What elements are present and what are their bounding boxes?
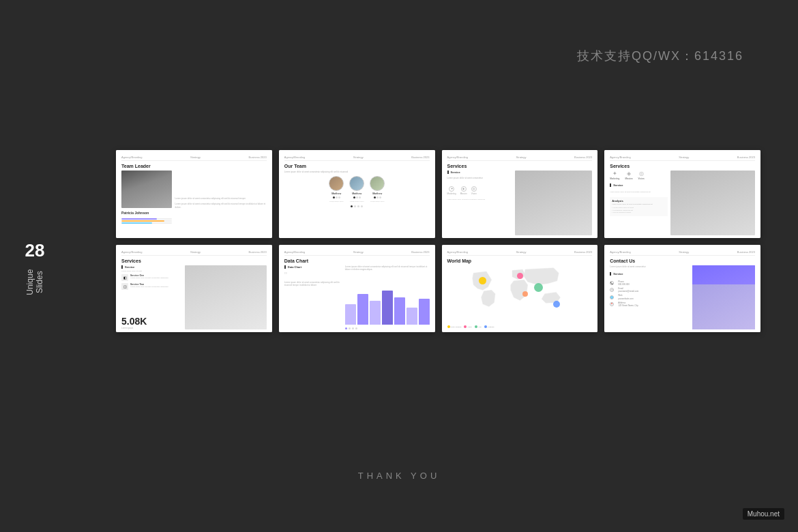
label-unique: Unique xyxy=(25,269,35,295)
slide-services-icons[interactable]: Agency/Branding Strategy Business 2023 S… xyxy=(604,150,760,238)
page-background: 技术支持QQ/WX：614316 28 Unique Slides Agency… xyxy=(0,0,798,532)
slide-count-label: 28 Unique Slides xyxy=(22,241,48,292)
thank-you-text: THANK YOU xyxy=(0,471,798,481)
slide-our-team[interactable]: Agency/Branding Strategy Business 2023 O… xyxy=(279,150,435,238)
watermark-top: 技术支持QQ/WX：614316 xyxy=(577,48,743,64)
slide-contact[interactable]: Agency/Branding Strategy Business 2023 C… xyxy=(604,245,760,333)
label-slides: Slides xyxy=(35,271,44,293)
watermark-bottom: Muhou.net xyxy=(743,508,784,520)
slides-grid: Agency/Branding Strategy Business 2023 T… xyxy=(116,150,760,332)
slide-number: 28 xyxy=(25,241,45,261)
slide-data-chart[interactable]: Agency/Branding Strategy Business 2023 D… xyxy=(279,245,435,333)
slide-services-num[interactable]: Agency/Branding Strategy Business 2023 S… xyxy=(116,245,272,333)
slide-team-leader[interactable]: Agency/Branding Strategy Business 2023 T… xyxy=(116,150,272,238)
slide-world-map[interactable]: Agency/Branding Strategy Business 2023 W… xyxy=(442,245,598,333)
slide-services-photo[interactable]: Agency/Branding Strategy Business 2023 S… xyxy=(442,150,598,238)
